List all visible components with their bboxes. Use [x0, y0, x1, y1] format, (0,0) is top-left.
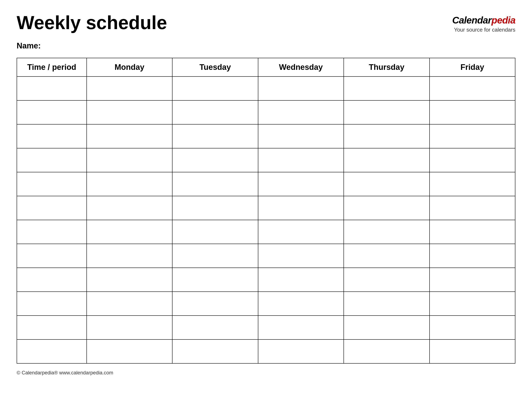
- table-row: [17, 220, 515, 244]
- table-cell[interactable]: [344, 100, 429, 124]
- col-header-monday: Monday: [87, 58, 172, 76]
- table-cell[interactable]: [17, 76, 87, 100]
- table-cell[interactable]: [258, 339, 344, 363]
- table-cell[interactable]: [87, 292, 172, 316]
- table-row: [17, 100, 515, 124]
- table-cell[interactable]: [172, 124, 258, 148]
- table-cell[interactable]: [17, 220, 87, 244]
- name-label: Name:: [17, 41, 41, 50]
- table-cell[interactable]: [258, 100, 344, 124]
- table-cell[interactable]: [258, 196, 344, 220]
- table-cell[interactable]: [17, 148, 87, 172]
- table-cell[interactable]: [87, 268, 172, 292]
- table-cell[interactable]: [17, 244, 87, 268]
- table-cell[interactable]: [258, 148, 344, 172]
- col-header-wednesday: Wednesday: [258, 58, 344, 76]
- table-cell[interactable]: [344, 244, 429, 268]
- table-cell[interactable]: [258, 316, 344, 339]
- table-cell[interactable]: [172, 316, 258, 339]
- table-row: [17, 76, 515, 100]
- table-cell[interactable]: [430, 316, 515, 339]
- table-cell[interactable]: [172, 172, 258, 196]
- table-cell[interactable]: [87, 124, 172, 148]
- table-cell[interactable]: [87, 244, 172, 268]
- logo-area: Calendarpedia Your source for calendars: [452, 13, 515, 33]
- table-cell[interactable]: [258, 124, 344, 148]
- table-cell[interactable]: [344, 339, 429, 363]
- table-cell[interactable]: [17, 196, 87, 220]
- table-cell[interactable]: [17, 339, 87, 363]
- table-cell[interactable]: [172, 148, 258, 172]
- table-cell[interactable]: [430, 100, 515, 124]
- table-cell[interactable]: [430, 148, 515, 172]
- table-cell[interactable]: [172, 244, 258, 268]
- table-row: [17, 172, 515, 196]
- table-cell[interactable]: [430, 172, 515, 196]
- table-cell[interactable]: [172, 339, 258, 363]
- table-cell[interactable]: [87, 100, 172, 124]
- table-row: [17, 124, 515, 148]
- table-cell[interactable]: [344, 124, 429, 148]
- table-cell[interactable]: [172, 196, 258, 220]
- table-row: [17, 244, 515, 268]
- table-cell[interactable]: [344, 196, 429, 220]
- table-cell[interactable]: [430, 339, 515, 363]
- table-cell[interactable]: [344, 268, 429, 292]
- table-cell[interactable]: [17, 100, 87, 124]
- table-row: [17, 268, 515, 292]
- col-header-friday: Friday: [430, 58, 515, 76]
- table-cell[interactable]: [430, 244, 515, 268]
- table-cell[interactable]: [87, 316, 172, 339]
- table-cell[interactable]: [430, 292, 515, 316]
- table-row: [17, 339, 515, 363]
- table-cell[interactable]: [258, 220, 344, 244]
- schedule-table: Time / period Monday Tuesday Wednesday T…: [17, 58, 515, 363]
- table-cell[interactable]: [344, 292, 429, 316]
- table-cell[interactable]: [258, 172, 344, 196]
- table-cell[interactable]: [258, 76, 344, 100]
- table-cell[interactable]: [17, 268, 87, 292]
- col-header-tuesday: Tuesday: [172, 58, 258, 76]
- table-cell[interactable]: [344, 76, 429, 100]
- table-cell[interactable]: [87, 196, 172, 220]
- table-cell[interactable]: [17, 172, 87, 196]
- table-row: [17, 316, 515, 339]
- table-cell[interactable]: [344, 220, 429, 244]
- name-section: Name:: [17, 41, 515, 50]
- table-cell[interactable]: [17, 124, 87, 148]
- table-cell[interactable]: [344, 148, 429, 172]
- table-cell[interactable]: [430, 124, 515, 148]
- table-cell[interactable]: [172, 292, 258, 316]
- table-cell[interactable]: [172, 100, 258, 124]
- table-cell[interactable]: [87, 339, 172, 363]
- table-cell[interactable]: [258, 268, 344, 292]
- table-header-row: Time / period Monday Tuesday Wednesday T…: [17, 58, 515, 76]
- table-cell[interactable]: [87, 172, 172, 196]
- table-cell[interactable]: [344, 316, 429, 339]
- footer: © Calendarpedia® www.calendarpedia.com: [17, 370, 515, 376]
- col-header-time: Time / period: [17, 58, 87, 76]
- table-cell[interactable]: [17, 316, 87, 339]
- table-cell[interactable]: [258, 244, 344, 268]
- logo: Calendarpedia: [452, 14, 515, 26]
- table-cell[interactable]: [87, 76, 172, 100]
- table-cell[interactable]: [430, 196, 515, 220]
- col-header-thursday: Thursday: [344, 58, 429, 76]
- table-cell[interactable]: [258, 292, 344, 316]
- table-row: [17, 148, 515, 172]
- table-cell[interactable]: [17, 292, 87, 316]
- logo-tagline: Your source for calendars: [452, 27, 515, 33]
- table-cell[interactable]: [344, 172, 429, 196]
- table-cell[interactable]: [430, 220, 515, 244]
- table-cell[interactable]: [87, 148, 172, 172]
- logo-pedia-part: pedia: [492, 15, 515, 25]
- table-cell[interactable]: [430, 76, 515, 100]
- table-cell[interactable]: [172, 76, 258, 100]
- page-header: Weekly schedule Calendarpedia Your sourc…: [17, 13, 515, 33]
- table-cell[interactable]: [430, 268, 515, 292]
- footer-text: © Calendarpedia® www.calendarpedia.com: [17, 370, 113, 376]
- table-cell[interactable]: [87, 220, 172, 244]
- table-cell[interactable]: [172, 268, 258, 292]
- table-row: [17, 292, 515, 316]
- table-cell[interactable]: [172, 220, 258, 244]
